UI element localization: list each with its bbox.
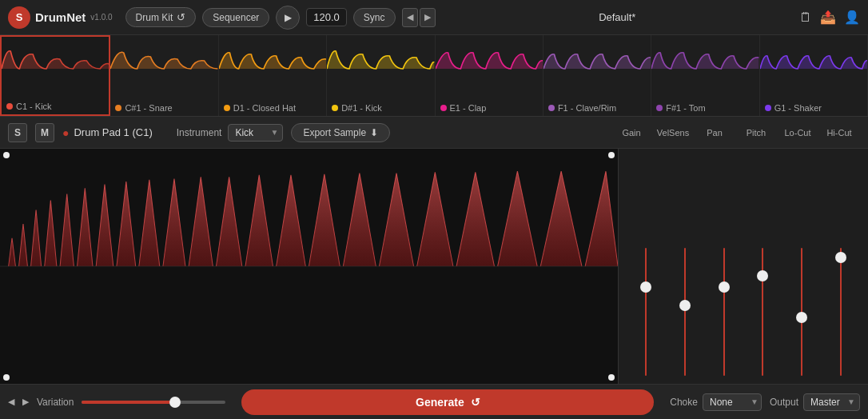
pad-waveform-d1 <box>219 35 326 102</box>
pad-waveform-cs1 <box>110 35 217 102</box>
instrument-section: Instrument Kick Snare Hi-Hat Clap ▼ <box>177 124 284 142</box>
pad-name-d1: D1 - Closed Hat <box>233 103 296 113</box>
drum-pad-info: ● Drum Pad 1 (C1) <box>62 126 153 139</box>
record-dot: ● <box>62 126 69 139</box>
hicut-slider-track[interactable] <box>840 248 842 376</box>
locut-slider-thumb[interactable] <box>796 312 807 323</box>
hicut-slider-thumb[interactable] <box>835 252 846 263</box>
pad-label-f1: F1 - Clave/Rim <box>543 102 651 116</box>
velsens-slider-thumb[interactable] <box>679 300 691 311</box>
app-version: v1.0.0 <box>90 13 112 22</box>
pad-cell-g1[interactable]: G1 - Shaker <box>760 35 868 116</box>
export-icon[interactable]: 📤 <box>820 10 836 25</box>
refresh-icon: ↺ <box>177 11 185 23</box>
waveform-editor[interactable] <box>0 149 619 384</box>
save-icon[interactable]: 🗒 <box>799 10 812 25</box>
export-sample-label: Export Sample <box>303 127 366 138</box>
choke-select-wrapper: None Group 1 Group 2 ▼ <box>703 393 762 411</box>
pad-cell-cs1[interactable]: C#1 - Snare <box>110 35 218 116</box>
pitch-slider-track[interactable] <box>762 248 763 376</box>
hicut-label: Hi-Cut <box>818 128 860 138</box>
pad-cell-d1[interactable]: D1 - Closed Hat <box>219 35 327 116</box>
output-section: Output Master Bus 1 Bus 2 ▼ <box>770 393 860 411</box>
pad-strip: C1 - Kick C#1 - Snare D1 - Closed Hat <box>0 35 868 117</box>
pitch-slider-thumb[interactable] <box>757 270 768 281</box>
velsens-slider-track[interactable] <box>684 248 686 376</box>
pad-dot-cs1 <box>115 105 121 111</box>
gain-slider-track[interactable] <box>645 248 647 376</box>
waveform-handle-br[interactable] <box>608 374 615 381</box>
play-button[interactable]: ▶ <box>276 6 300 30</box>
pad-waveform-f1 <box>543 35 651 102</box>
drum-kit-button[interactable]: Drum Kit ↺ <box>125 7 197 27</box>
instrument-select[interactable]: Kick Snare Hi-Hat Clap <box>228 124 283 142</box>
pad-label-d1: D1 - Closed Hat <box>219 102 326 116</box>
pad-label-g1: G1 - Shaker <box>760 102 867 116</box>
variation-slider-fill <box>82 401 175 404</box>
export-sample-button[interactable]: Export Sample ⬇ <box>291 123 390 142</box>
gain-slider-thumb[interactable] <box>640 281 651 293</box>
waveform-handle-tr[interactable] <box>608 152 615 158</box>
pan-slider-col <box>723 157 725 384</box>
choke-label: Choke <box>670 397 698 408</box>
generate-spin-icon: ↺ <box>471 396 480 409</box>
pad-dot-d1 <box>224 105 230 111</box>
locut-slider-track[interactable] <box>801 248 802 376</box>
sync-button[interactable]: Sync <box>353 8 396 27</box>
pad-cell-fs1[interactable]: F#1 - Tom <box>651 35 759 116</box>
pad-cell-c1[interactable]: C1 - Kick <box>0 35 110 116</box>
pad-name-fs1: F#1 - Tom <box>666 103 705 113</box>
pad-dot-g1 <box>765 105 771 111</box>
sliders-panel <box>619 149 868 384</box>
sliders-row <box>619 157 868 384</box>
pad-dot-ds1 <box>332 105 338 111</box>
pad-label-ds1: D#1 - Kick <box>327 102 434 116</box>
user-icon[interactable]: 👤 <box>844 10 860 25</box>
instrument-select-wrapper: Kick Snare Hi-Hat Clap ▼ <box>228 124 283 142</box>
prev-arrow[interactable]: ◀ <box>402 8 418 27</box>
pad-label-c1: C1 - Kick <box>2 100 109 114</box>
pad-name-c1: C1 - Kick <box>16 102 52 111</box>
nav-arrows: ◀ ▶ <box>402 8 436 27</box>
play-icon: ▶ <box>285 12 292 23</box>
bpm-display[interactable]: 120.0 <box>306 8 347 26</box>
topbar-icons: 🗒 📤 👤 <box>799 10 860 25</box>
variation-label: Variation <box>37 397 74 408</box>
variation-slider-thumb[interactable] <box>169 397 181 408</box>
locut-label: Lo-Cut <box>777 128 818 138</box>
pad-name-ds1: D#1 - Kick <box>341 103 382 113</box>
m-button[interactable]: M <box>35 123 54 142</box>
hicut-slider-col <box>840 157 842 384</box>
pan-slider-track[interactable] <box>723 248 725 376</box>
pad-cell-ds1[interactable]: D#1 - Kick <box>327 35 435 116</box>
generate-label: Generate <box>416 396 464 409</box>
pad-label-e1: E1 - Clap <box>436 102 543 116</box>
output-label: Output <box>770 397 798 408</box>
app-title: DrumNet <box>35 10 86 24</box>
next-arrow[interactable]: ▶ <box>420 8 436 27</box>
waveform-handle-tl[interactable] <box>3 152 10 158</box>
next-variation-arrow[interactable]: ▶ <box>22 397 29 407</box>
pad-name-cs1: C#1 - Snare <box>125 103 172 113</box>
sequencer-button[interactable]: Sequencer <box>202 8 269 27</box>
waveform-handle-bl[interactable] <box>3 374 10 381</box>
pad-cell-e1[interactable]: E1 - Clap <box>436 35 543 116</box>
pad-label-fs1: F#1 - Tom <box>651 102 759 116</box>
pan-slider-thumb[interactable] <box>719 281 730 293</box>
pad-label-cs1: C#1 - Snare <box>110 102 217 116</box>
pad-cell-f1[interactable]: F1 - Clave/Rim <box>543 35 651 116</box>
pad-name-f1: F1 - Clave/Rim <box>558 103 616 113</box>
prev-variation-arrow[interactable]: ◀ <box>8 397 14 407</box>
choke-select[interactable]: None Group 1 Group 2 <box>703 393 762 411</box>
variation-slider[interactable] <box>82 401 225 404</box>
pad-waveform-e1 <box>436 35 543 102</box>
pad-waveform-ds1 <box>327 35 434 102</box>
generate-button[interactable]: Generate ↺ <box>241 389 654 415</box>
pad-dot-c1 <box>6 103 13 110</box>
pad-waveform-fs1 <box>651 35 759 102</box>
pad-waveform-g1 <box>760 35 867 102</box>
s-button[interactable]: S <box>8 123 27 142</box>
velsens-label: VelSens <box>652 128 694 138</box>
output-select[interactable]: Master Bus 1 Bus 2 <box>803 393 860 411</box>
pad-dot-f1 <box>548 105 555 111</box>
